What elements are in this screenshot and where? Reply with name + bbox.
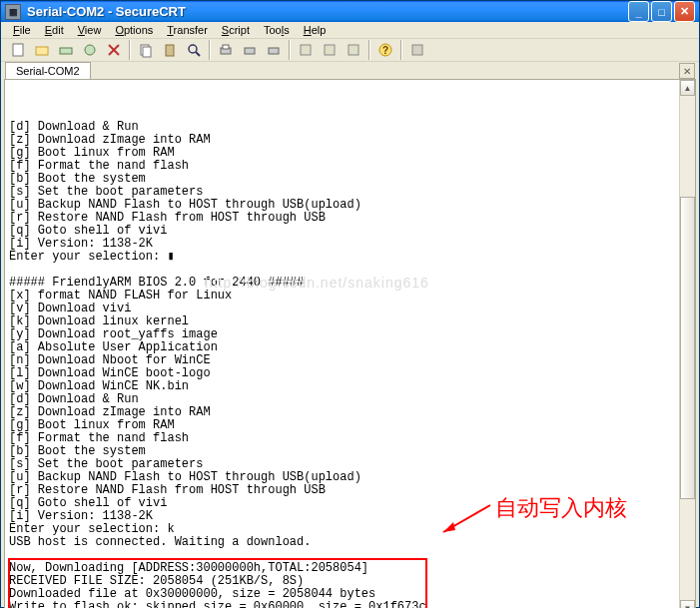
svg-point-9 — [189, 45, 197, 53]
window-controls: _ □ ✕ — [628, 1, 695, 22]
global-options-button[interactable] — [319, 39, 341, 61]
menu-help[interactable]: Help — [298, 22, 333, 38]
new-session-button[interactable] — [7, 39, 29, 61]
help-button[interactable]: ? — [374, 39, 396, 61]
svg-rect-2 — [60, 48, 72, 54]
maximize-button[interactable]: □ — [651, 1, 672, 22]
session-options-button[interactable] — [295, 39, 317, 61]
svg-line-10 — [196, 52, 200, 56]
svg-rect-20 — [412, 45, 422, 55]
terminal-panel: [d] Download & Run[z] Download zImage in… — [4, 79, 696, 608]
print-button[interactable] — [215, 39, 237, 61]
annotation-text: 自动写入内核 — [495, 493, 627, 523]
svg-rect-1 — [36, 47, 48, 55]
menu-edit[interactable]: Edit — [39, 22, 70, 38]
app-icon: ▦ — [5, 4, 21, 20]
paste-button[interactable] — [159, 39, 181, 61]
terminal-line: Write to flash ok: skipped size = 0x6000… — [9, 601, 675, 608]
svg-rect-12 — [223, 45, 229, 49]
copy-button[interactable] — [135, 39, 157, 61]
toolbar-separator — [368, 40, 370, 60]
scroll-track[interactable] — [680, 96, 695, 600]
svg-rect-13 — [245, 48, 255, 54]
print-selection-button[interactable] — [263, 39, 285, 61]
menu-options[interactable]: Options — [109, 22, 159, 38]
minimize-button[interactable]: _ — [628, 1, 649, 22]
svg-point-3 — [85, 45, 95, 55]
svg-rect-16 — [325, 45, 335, 55]
menu-file[interactable]: File — [7, 22, 37, 38]
connect-button[interactable] — [55, 39, 77, 61]
terminal-line: Enter your selection: ▮ — [9, 251, 675, 264]
titlebar[interactable]: ▦ Serial-COM2 - SecureCRT _ □ ✕ — [1, 1, 699, 22]
quick-connect-button[interactable] — [79, 39, 101, 61]
open-button[interactable] — [31, 39, 53, 61]
svg-rect-0 — [13, 44, 23, 56]
menu-transfer[interactable]: Transfer — [161, 22, 214, 38]
svg-rect-14 — [269, 48, 279, 54]
app-window: ▦ Serial-COM2 - SecureCRT _ □ ✕ File Edi… — [0, 0, 700, 608]
svg-rect-15 — [301, 45, 311, 55]
menu-script[interactable]: Script — [216, 22, 256, 38]
menubar: File Edit View Options Transfer Script T… — [1, 22, 699, 39]
toolbar-separator — [400, 40, 402, 60]
find-button[interactable] — [183, 39, 205, 61]
vertical-scrollbar[interactable]: ▲ ▼ — [679, 80, 695, 608]
toolbar-separator — [209, 40, 211, 60]
session-tab[interactable]: Serial-COM2 — [5, 62, 91, 79]
scroll-down-button[interactable]: ▼ — [680, 600, 695, 608]
terminal-line: USB host is connected. Waiting a downloa… — [9, 536, 675, 549]
svg-rect-17 — [349, 45, 358, 55]
svg-text:?: ? — [382, 45, 388, 56]
scroll-thumb[interactable] — [680, 197, 695, 499]
keymap-button[interactable] — [343, 39, 364, 61]
svg-rect-8 — [166, 45, 174, 56]
print-screen-button[interactable] — [239, 39, 261, 61]
disconnect-button[interactable] — [103, 39, 125, 61]
scroll-up-button[interactable]: ▲ — [680, 80, 695, 96]
tabbar: Serial-COM2 ✕ — [1, 62, 699, 79]
close-button[interactable]: ✕ — [674, 1, 695, 22]
about-button[interactable] — [406, 39, 428, 61]
toolbar-separator — [289, 40, 291, 60]
svg-rect-7 — [143, 47, 151, 57]
tab-close-button[interactable]: ✕ — [679, 63, 695, 79]
menu-view[interactable]: View — [72, 22, 108, 38]
menu-tools[interactable]: Tools — [258, 22, 296, 38]
toolbar-separator — [129, 40, 131, 60]
window-title: Serial-COM2 - SecureCRT — [25, 4, 628, 19]
toolbar: ? — [1, 39, 699, 62]
terminal-output[interactable]: [d] Download & Run[z] Download zImage in… — [5, 80, 679, 608]
